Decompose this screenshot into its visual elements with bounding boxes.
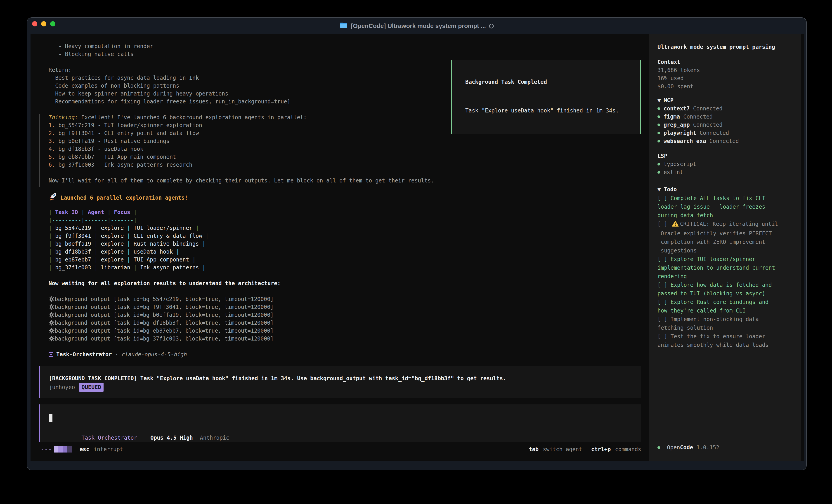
zoom-button[interactable] [50, 21, 55, 26]
mcp-name: context7 [664, 105, 690, 113]
text-segment: | [173, 249, 179, 255]
text-segment: | [124, 241, 133, 247]
text-segment: | [124, 256, 133, 263]
ctrlp-key-label: commands [615, 446, 641, 452]
text-segment: bg_37f1c003 [55, 264, 91, 271]
terminal-line: background_output [task_id=bg_df18bb3f, … [49, 319, 274, 327]
close-button[interactable] [32, 21, 37, 26]
terminal-line: | bg_5547c219 | explore | TUI loader/spi… [49, 224, 199, 232]
terminal-line: | bg_37f1c003 | librarian | Ink async pa… [49, 264, 206, 272]
mcp-name: grep_app [664, 121, 690, 129]
text-segment: | [130, 209, 137, 216]
terminal-line: 5. bg_eb87ebb7 - TUI App main component [49, 153, 176, 161]
connected-dot-icon [657, 163, 660, 166]
text-segment: | [199, 241, 206, 247]
connected-dot-icon [657, 140, 660, 142]
terminal-line: 1. bg_5547c219 - TUI loader/spinner expl… [49, 121, 202, 130]
terminal-line: 2. bg_f9ff3041 - CLI entry point and dat… [49, 130, 199, 137]
text-segment: Thinking: [49, 114, 78, 120]
todo-line: animates smoothly while data loads [657, 341, 792, 349]
text-segment: useData hook [134, 249, 173, 255]
lsp-item: eslint [657, 168, 792, 176]
text-segment: | [104, 209, 114, 216]
chevron-down-icon: ▼ [657, 186, 661, 194]
text-segment: | [49, 256, 55, 263]
text-segment: - Recommendations for fixing loader free… [49, 99, 290, 105]
window-title: [OpenCode] Ultrawork mode system prompt … [351, 23, 486, 30]
text-segment: Focus [114, 209, 130, 216]
terminal-line: - Heavy computation in render [49, 43, 153, 50]
context-stat: 31,686 tokens [657, 66, 792, 74]
lsp-name: typescript [664, 160, 696, 168]
title-bar[interactable]: [OpenCode] Ultrawork mode system prompt … [27, 18, 806, 34]
text-segment: | [91, 249, 101, 255]
tab-key-hint: tab [529, 446, 539, 452]
prompt-input[interactable]: Task-OrchestratorOpus 4.5 HighAnthropic [39, 404, 641, 442]
terminal-line: 3. bg_b0effa19 - Rust native bindings [49, 137, 170, 145]
text-segment: 4. [49, 146, 55, 152]
spinner-block [54, 446, 58, 452]
context-stat: $0.00 spent [657, 82, 792, 90]
terminal-line: - Blocking native calls [49, 50, 134, 58]
app-window: [OpenCode] Ultrawork mode system prompt … [27, 18, 807, 470]
brand-code: Code [680, 444, 693, 451]
terminal-line: | Task ID | Agent | Focus | [49, 208, 137, 216]
mcp-heading[interactable]: ▼MCP [657, 96, 792, 105]
connected-dot-icon [657, 107, 660, 110]
mcp-name: figma [664, 113, 680, 121]
todo-line: loader lag issue - loader freezes [657, 202, 792, 211]
lsp-heading: LSP [657, 152, 792, 160]
minimize-button[interactable] [41, 21, 46, 26]
text-segment: | [91, 233, 101, 239]
text-segment: | [91, 225, 101, 231]
queued-message-panel: [BACKGROUND TASK COMPLETED] Task "Explor… [39, 366, 641, 398]
text-segment: | [192, 225, 199, 231]
text-segment: | [199, 264, 206, 271]
todo-line: implementation to understand current [657, 263, 792, 272]
rocket-icon [49, 193, 57, 203]
text-segment: explore [101, 256, 124, 263]
text-segment: Task ID [55, 209, 78, 216]
text-segment: | [91, 241, 101, 247]
text-segment: - Blocking native calls [49, 51, 134, 57]
status-badge: QUEUED [79, 383, 104, 392]
todo-line: [ ] Explore how data is fetched and [657, 281, 792, 289]
ctrlp-key-hint: ctrl+p [591, 446, 611, 452]
text-segment: | [189, 256, 196, 263]
text-segment: | [91, 256, 101, 263]
app-version: 1.0.152 [697, 444, 720, 451]
message-author: junhoyeo [49, 383, 75, 392]
mcp-items: context7ConnectedfigmaConnectedgrep_appC… [657, 105, 792, 145]
text-segment: Ink async patterns [140, 264, 199, 271]
terminal-line: 4. bg_df18bb3f - useData hook [49, 145, 144, 153]
text-segment: bg_b0effa19 - Rust native bindings [55, 138, 170, 144]
text-segment: explore [101, 225, 124, 231]
proxy-circle-icon [489, 24, 494, 28]
text-segment: | [124, 249, 133, 255]
todo-line: [ ] CRITICAL: Keep iterating until [657, 220, 792, 229]
connected-dot-icon [657, 132, 660, 134]
todo-line: Oracle explicitly verifies PERFECT [657, 229, 792, 238]
thinking-block-bar [40, 114, 40, 187]
text-segment: | [49, 233, 55, 239]
text-segment: background_output [task_id=bg_5547c219, … [55, 296, 274, 302]
status-bar: esc interrupt tab switch agent ctrl+p co… [30, 443, 649, 456]
toast-body: Task "Explore useData hook" finished in … [465, 107, 640, 115]
text-segment: | [49, 249, 55, 255]
context-lines: 31,686 tokens16% used$0.00 spent [657, 66, 792, 90]
text-segment: - Best practices for async data loading … [49, 75, 199, 81]
text-segment: 6. [49, 162, 55, 168]
spinner-blocks-icon [54, 446, 72, 452]
terminal-line: background_output [task_id=bg_eb87ebb7, … [49, 327, 274, 335]
todo-heading[interactable]: ▼Todo [657, 186, 792, 194]
mcp-item: figmaConnected [657, 113, 792, 121]
terminal-line: Return: [49, 66, 72, 74]
text-segment: bg_b0effa19 [55, 241, 91, 247]
lsp-items: typescripteslint [657, 160, 792, 176]
terminal-line: Task-Orchestrator · claude-opus-4-5-high [49, 351, 187, 359]
spinner-block [58, 446, 63, 452]
terminal-line: background_output [task_id=bg_b0effa19, … [49, 311, 274, 319]
traffic-lights [32, 21, 55, 26]
text-segment: librarian [101, 264, 130, 271]
text-segment: | [49, 241, 55, 247]
